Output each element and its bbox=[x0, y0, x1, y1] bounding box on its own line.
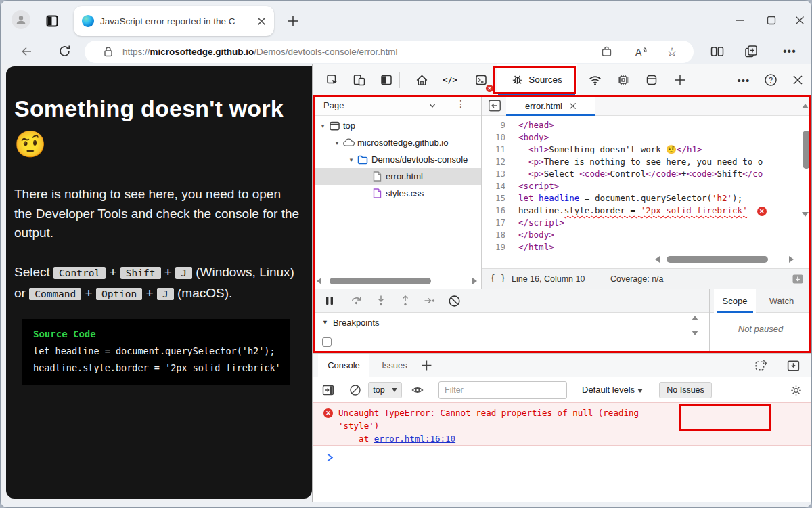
back-button[interactable] bbox=[20, 44, 35, 59]
tree-expander-icon[interactable]: ▾ bbox=[318, 123, 328, 129]
code-line-14[interactable]: 14<script> bbox=[482, 180, 811, 192]
scroll-right-arrow[interactable] bbox=[789, 256, 794, 263]
scroll-thumb[interactable] bbox=[667, 256, 768, 263]
tab-close-icon[interactable] bbox=[257, 17, 266, 26]
console-prompt-chevron[interactable] bbox=[325, 452, 335, 463]
code-view[interactable]: 9</head>10<body>11 <h1>Something doesn't… bbox=[482, 116, 811, 253]
step-icon[interactable] bbox=[421, 293, 438, 309]
editor-tab-close-icon[interactable] bbox=[569, 102, 577, 110]
tree-expander-icon[interactable]: ▾ bbox=[346, 156, 356, 163]
tree-item-demos-devtools-console[interactable]: ▾Demos/devtools-console bbox=[313, 151, 481, 168]
line-number[interactable]: 11 bbox=[482, 144, 512, 156]
clear-console-icon[interactable] bbox=[346, 382, 364, 398]
editor-tab-error-html[interactable]: error.html bbox=[506, 96, 595, 116]
line-number[interactable]: 13 bbox=[482, 168, 512, 180]
more-tools-plus-icon[interactable] bbox=[670, 70, 690, 90]
code-line-10[interactable]: 10<body> bbox=[482, 131, 811, 144]
tab-issues[interactable]: Issues bbox=[375, 354, 414, 377]
default-levels-dropdown[interactable]: Default levels bbox=[582, 385, 643, 395]
line-number[interactable]: 9 bbox=[482, 119, 512, 131]
close-drawer-icon[interactable] bbox=[786, 358, 800, 373]
tree-item-microsoftedge-github-io[interactable]: ▾microsoftedge.github.io bbox=[313, 134, 481, 151]
app-install-icon[interactable] bbox=[600, 45, 613, 58]
scroll-up-arrow[interactable] bbox=[692, 316, 698, 320]
code-line-11[interactable]: 11 <h1>Something doesn't work 🤨</h1> bbox=[482, 144, 811, 156]
code-line-17[interactable]: 17</script> bbox=[482, 217, 811, 229]
settings-more-icon[interactable]: ••• bbox=[783, 45, 796, 58]
filter-input[interactable] bbox=[438, 381, 567, 399]
welcome-home-icon[interactable] bbox=[411, 70, 432, 90]
line-number[interactable]: 14 bbox=[482, 180, 512, 192]
step-out-icon[interactable] bbox=[397, 293, 414, 309]
scroll-down-arrow[interactable] bbox=[802, 212, 809, 217]
editor-vscroll-thumb[interactable] bbox=[803, 131, 810, 169]
pretty-print-button[interactable]: { } bbox=[490, 273, 505, 283]
scroll-down-arrow[interactable] bbox=[692, 331, 698, 335]
no-issues-button[interactable]: No Issues bbox=[659, 382, 712, 398]
line-number[interactable]: 10 bbox=[482, 131, 512, 144]
read-aloud-icon[interactable]: A bbox=[634, 45, 648, 59]
inspect-icon[interactable] bbox=[322, 70, 342, 90]
elements-icon[interactable]: </> bbox=[440, 70, 460, 90]
code-line-19[interactable]: 19</html> bbox=[482, 241, 811, 253]
window-close-button[interactable] bbox=[790, 12, 810, 29]
step-into-icon[interactable] bbox=[372, 293, 390, 309]
editor-hscrollbar[interactable] bbox=[655, 255, 794, 264]
line-number[interactable]: 17 bbox=[482, 217, 512, 229]
tab-watch[interactable]: Watch bbox=[761, 289, 802, 313]
tree-expander-icon[interactable]: ▾ bbox=[332, 140, 342, 146]
scroll-up-arrow[interactable] bbox=[802, 104, 809, 108]
code-line-15[interactable]: 15let headline = document.querySelector(… bbox=[482, 192, 811, 205]
minimize-button[interactable] bbox=[730, 12, 750, 29]
drawer-add-tab-icon[interactable] bbox=[421, 360, 432, 371]
tree-item-styles-css[interactable]: styles.css bbox=[313, 185, 481, 202]
line-number[interactable]: 18 bbox=[482, 229, 512, 241]
chevron-down-icon[interactable] bbox=[428, 101, 437, 110]
line-number[interactable]: 15 bbox=[482, 192, 512, 205]
network-icon[interactable] bbox=[585, 70, 605, 90]
tab-console[interactable]: Console bbox=[318, 354, 369, 377]
code-line-9[interactable]: 9</head> bbox=[482, 119, 811, 131]
application-icon[interactable] bbox=[641, 70, 662, 90]
tab-actions-icon[interactable] bbox=[44, 13, 60, 29]
undock-drawer-icon[interactable] bbox=[754, 358, 768, 373]
pause-icon[interactable] bbox=[321, 293, 338, 309]
new-tab-button[interactable] bbox=[286, 14, 301, 29]
line-error-icon[interactable]: ✕ bbox=[757, 207, 767, 216]
context-selector[interactable]: top bbox=[368, 382, 402, 398]
scroll-left-arrow[interactable] bbox=[317, 278, 321, 284]
console-icon[interactable]: ✕ bbox=[471, 70, 491, 90]
favorite-star-icon[interactable]: ☆ bbox=[667, 45, 677, 60]
console-sidebar-icon[interactable] bbox=[319, 382, 337, 398]
scroll-left-arrow[interactable] bbox=[655, 256, 660, 263]
focus-page-icon[interactable] bbox=[376, 70, 397, 90]
code-line-13[interactable]: 13 <p>Select <code>Control</code>+<code>… bbox=[482, 168, 811, 180]
pause-exceptions-checkbox[interactable] bbox=[322, 337, 332, 347]
tab-sources[interactable]: Sources bbox=[497, 64, 577, 95]
line-number[interactable]: 12 bbox=[482, 156, 512, 168]
address-bar[interactable]: https://microsoftedge.github.io/Demos/de… bbox=[85, 41, 694, 63]
step-over-icon[interactable] bbox=[348, 293, 365, 309]
performance-icon[interactable] bbox=[613, 70, 633, 90]
line-number[interactable]: 16 bbox=[482, 205, 512, 217]
line-number[interactable]: 19 bbox=[482, 241, 512, 253]
scroll-thumb[interactable] bbox=[330, 278, 431, 284]
profile-avatar[interactable] bbox=[12, 10, 30, 29]
navigator-hscrollbar[interactable] bbox=[317, 276, 477, 286]
code-line-16[interactable]: 16headline.style.border = '2px solid fir… bbox=[482, 205, 811, 217]
scroll-right-arrow[interactable] bbox=[472, 278, 477, 284]
live-expression-eye-icon[interactable] bbox=[409, 382, 426, 398]
devtools-close-icon[interactable] bbox=[788, 70, 808, 90]
tree-item-error-html[interactable]: error.html bbox=[313, 168, 481, 185]
tab-scope[interactable]: Scope bbox=[714, 289, 756, 313]
help-icon[interactable]: ? bbox=[761, 70, 781, 90]
download-icon[interactable] bbox=[791, 272, 805, 286]
browser-tab[interactable]: JavaScript error reported in the C bbox=[74, 6, 274, 36]
navigator-back-icon[interactable] bbox=[487, 98, 502, 113]
devtools-more-icon[interactable]: ••• bbox=[734, 70, 754, 90]
code-line-18[interactable]: 18</body> bbox=[482, 229, 811, 241]
console-settings-gear-icon[interactable] bbox=[787, 382, 805, 398]
split-screen-icon[interactable] bbox=[710, 44, 725, 59]
maximize-button[interactable] bbox=[761, 12, 782, 29]
navigator-tab-page[interactable]: Page bbox=[323, 100, 344, 110]
